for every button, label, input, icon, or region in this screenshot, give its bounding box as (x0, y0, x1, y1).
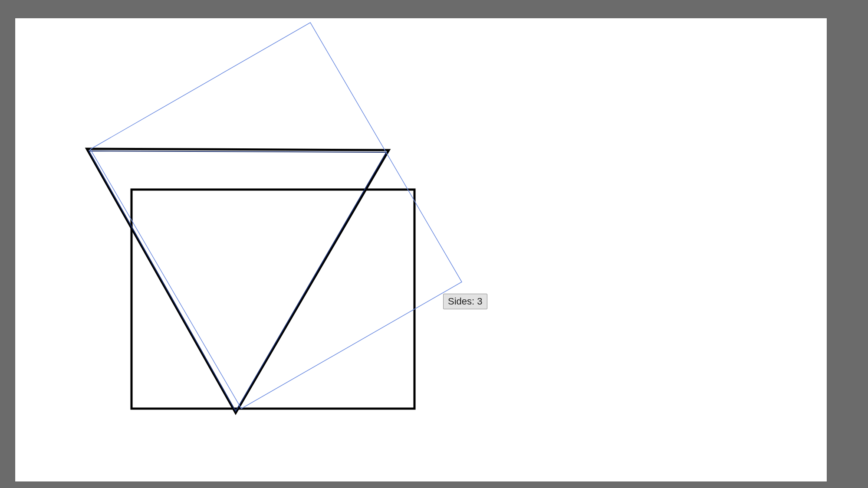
sides-tooltip-label: Sides: (448, 296, 474, 307)
canvas-svg[interactable] (15, 18, 827, 481)
square-shape[interactable] (132, 190, 414, 409)
selection-bounding-box[interactable] (90, 23, 462, 409)
canvas-artboard[interactable]: Sides: 3 (15, 18, 827, 481)
sides-tooltip: Sides: 3 (443, 294, 487, 309)
sides-tooltip-value: 3 (477, 296, 482, 307)
